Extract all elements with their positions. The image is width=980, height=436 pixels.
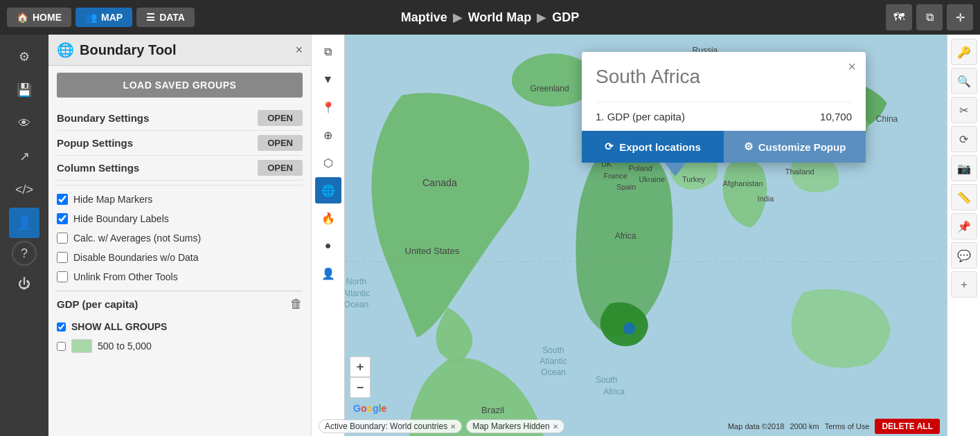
sidebar-icon-settings[interactable]: ⚙: [9, 42, 39, 72]
pin-icon-button[interactable]: 📌: [951, 213, 977, 239]
route-tool-button[interactable]: ⊕: [315, 122, 341, 148]
boundary-settings-label: Boundary Settings: [57, 112, 149, 124]
customize-popup-button[interactable]: ⚙ Customize Popup: [724, 131, 866, 163]
zoom-out-button[interactable]: −: [350, 377, 371, 398]
calc-averages-label: Calc. w/ Averages (not Sums): [73, 233, 201, 244]
unlink-checkbox[interactable]: [57, 271, 68, 282]
column-settings-label: Column Settings: [57, 162, 139, 174]
svg-text:Turkey: Turkey: [682, 175, 706, 183]
breadcrumb-world-map[interactable]: World Map: [468, 10, 532, 25]
panel-title-text: Boundary Tool: [80, 42, 177, 58]
data-button[interactable]: ☰ DATA: [136, 8, 195, 27]
svg-text:China: China: [876, 114, 898, 124]
right-sidebar: 🔑 🔍 ✂ ⟳ 📷 📏 📌 💬 ＋: [947, 35, 980, 436]
sidebar-icon-view[interactable]: 👁: [9, 108, 39, 138]
disable-boundaries-label: Disable Boundaries w/o Data: [73, 252, 199, 263]
active-boundary-close-icon[interactable]: ✕: [450, 423, 456, 430]
unlink-label: Unlink From Other Tools: [73, 271, 178, 282]
copy-tool-button[interactable]: ⧉: [315, 39, 341, 65]
export-locations-button[interactable]: ⟳ Export locations: [582, 131, 724, 163]
panel-close-button[interactable]: ×: [295, 43, 303, 57]
sidebar-icon-help[interactable]: ?: [12, 241, 37, 266]
heatmap-tool-button[interactable]: 🔥: [315, 205, 341, 231]
search-icon-button[interactable]: 🔍: [951, 68, 977, 94]
load-saved-groups-button[interactable]: LOAD SAVED GROUPS: [57, 73, 303, 98]
refresh-icon-button[interactable]: ⟳: [951, 126, 977, 152]
breadcrumb-gdp[interactable]: GDP: [552, 10, 579, 25]
map-data-label: Map data ©2018: [728, 422, 785, 430]
hide-markers-row: Hide Map Markers: [57, 190, 303, 209]
legend-color-swatch: [71, 339, 92, 353]
popup-close-button[interactable]: ×: [848, 59, 856, 75]
disable-boundaries-row: Disable Boundaries w/o Data: [57, 248, 303, 267]
main-content: ⚙ 💾 👁 ↗ </> 👤 ? ⏻ 🌐 Boundary Tool × LOAD…: [0, 35, 980, 436]
sidebar-icon-code[interactable]: </>: [9, 174, 39, 205]
export-label: Export locations: [619, 141, 701, 153]
home-icon: 🏠: [17, 12, 28, 23]
hide-boundary-labels-label: Hide Boundary Labels: [73, 213, 169, 224]
column-settings-open-button[interactable]: OPEN: [258, 160, 303, 176]
delete-group-button[interactable]: 🗑: [290, 297, 303, 311]
svg-text:Spain: Spain: [616, 183, 636, 191]
zoom-in-button[interactable]: +: [350, 356, 371, 377]
add-icon-button[interactable]: ＋: [951, 271, 977, 298]
chat-icon-button[interactable]: 💬: [951, 242, 977, 269]
boundary-settings-open-button[interactable]: OPEN: [258, 110, 303, 126]
cluster-tool-button[interactable]: ●: [315, 233, 341, 259]
sidebar-icon-share[interactable]: ↗: [9, 141, 39, 172]
svg-text:United States: United States: [405, 246, 460, 256]
pin-tool-button[interactable]: 📍: [315, 94, 341, 120]
person-tool-button[interactable]: 👤: [315, 260, 341, 287]
svg-text:North: North: [346, 277, 366, 287]
map-area[interactable]: Greenland Russia Canada United States Br…: [312, 35, 947, 436]
terms-link[interactable]: Terms of Use: [825, 422, 870, 430]
ruler-icon-button[interactable]: 📏: [951, 184, 977, 210]
sidebar-icon-save[interactable]: 💾: [9, 75, 39, 105]
shape-tool-button[interactable]: ⬡: [315, 149, 341, 176]
svg-text:South: South: [596, 375, 617, 385]
popup-panel: × South Africa 1. GDP (per capita) 10,70…: [582, 52, 866, 163]
map-button[interactable]: 👥 MAP: [75, 8, 132, 27]
key-icon-button[interactable]: 🔑: [951, 39, 977, 65]
map-footer-right: Map data ©2018 2000 km Terms of Use DELE…: [728, 419, 940, 434]
group-row: GDP (per capita) 🗑: [57, 291, 303, 317]
camera-icon-button[interactable]: 📷: [951, 155, 977, 181]
plus-icon-btn[interactable]: ✛: [947, 4, 973, 30]
left-sidebar: ⚙ 💾 👁 ↗ </> 👤 ? ⏻: [0, 35, 48, 436]
map-tools-panel: ⧉ ▼ 📍 ⊕ ⬡ 🌐 🔥 ● 👤: [312, 35, 345, 436]
active-boundary-tag[interactable]: Active Boundary: World countries ✕: [319, 419, 462, 433]
map-nav-icon: 👥: [85, 12, 97, 23]
svg-text:France: France: [604, 172, 627, 180]
hide-boundary-labels-checkbox[interactable]: [57, 213, 68, 224]
panel-header: 🌐 Boundary Tool ×: [48, 35, 311, 66]
topbar-right-actions: 🗺 ⧉ ✛: [886, 4, 973, 30]
calc-averages-checkbox[interactable]: [57, 233, 68, 244]
hide-markers-checkbox[interactable]: [57, 194, 68, 205]
popup-settings-open-button[interactable]: OPEN: [258, 135, 303, 151]
globe-tool-button[interactable]: 🌐: [315, 177, 341, 203]
google-logo: Google: [353, 403, 386, 414]
popup-settings-label: Popup Settings: [57, 137, 133, 149]
show-all-groups-checkbox[interactable]: [57, 323, 66, 331]
svg-text:India: India: [758, 194, 775, 203]
home-label: HOME: [33, 12, 62, 23]
scissors-icon-button[interactable]: ✂: [951, 97, 977, 123]
data-label: DATA: [159, 12, 185, 23]
legend-item-checkbox[interactable]: [57, 342, 66, 351]
filter-tool-button[interactable]: ▼: [315, 66, 341, 93]
show-all-row: SHOW ALL GROUPS: [57, 317, 303, 336]
delete-all-button[interactable]: DELETE ALL: [875, 419, 940, 434]
boundary-settings-row: Boundary Settings OPEN: [57, 106, 303, 131]
sidebar-icon-user[interactable]: 👤: [9, 208, 39, 238]
layers-icon-btn[interactable]: ⧉: [916, 4, 943, 30]
home-button[interactable]: 🏠 HOME: [7, 8, 71, 27]
map-icon-btn[interactable]: 🗺: [886, 4, 912, 30]
topbar: 🏠 HOME 👥 MAP ☰ DATA Maptive ▶ World Map …: [0, 0, 980, 35]
popup-field-value: 10,700: [820, 111, 852, 122]
sidebar-icon-power[interactable]: ⏻: [9, 269, 39, 299]
disable-boundaries-checkbox[interactable]: [57, 252, 68, 263]
panel-body: LOAD SAVED GROUPS Boundary Settings OPEN…: [48, 66, 311, 363]
markers-hidden-close-icon[interactable]: ✕: [553, 423, 558, 430]
active-boundary-label: Active Boundary: World countries: [325, 421, 447, 431]
map-markers-hidden-tag[interactable]: Map Markers Hidden ✕: [466, 419, 564, 433]
